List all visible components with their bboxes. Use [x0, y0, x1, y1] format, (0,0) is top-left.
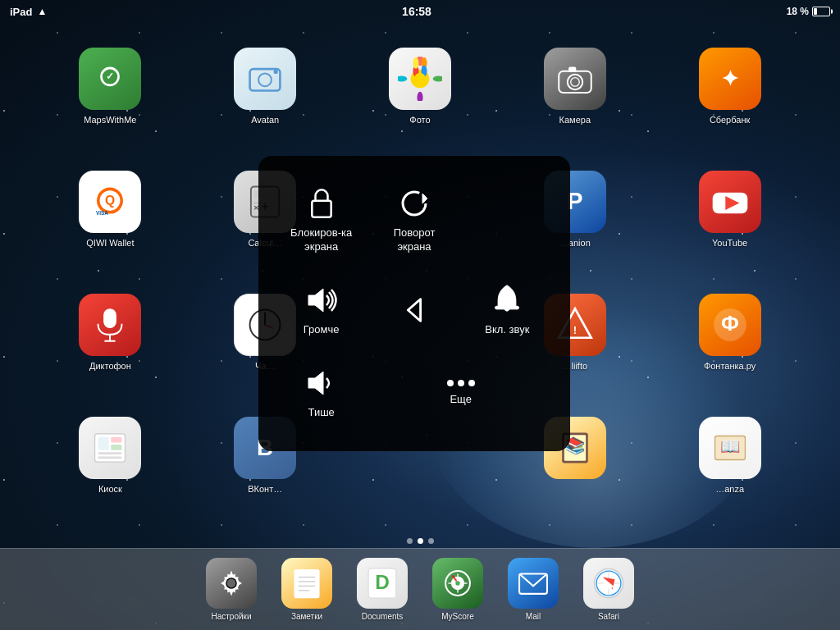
- rotate-screen-button[interactable]: Поворот экрана: [368, 172, 460, 269]
- more-button[interactable]: Еще: [368, 352, 554, 435]
- sound-on-label: Вкл. звук: [485, 323, 529, 337]
- back-button[interactable]: [368, 269, 460, 352]
- lock-screen-button[interactable]: Блокиров-ка экрана: [275, 172, 368, 269]
- lock-screen-label: Блокиров-ка экрана: [283, 226, 359, 254]
- sound-on-button[interactable]: Вкл. звук: [461, 269, 554, 352]
- lock-icon: [305, 187, 338, 220]
- svg-marker-82: [308, 372, 323, 395]
- more-dots-icon: [447, 380, 475, 386]
- svg-marker-77: [422, 194, 427, 203]
- back-icon: [399, 294, 430, 326]
- svg-marker-79: [408, 299, 420, 322]
- volume-up-icon: [305, 284, 338, 317]
- svg-marker-78: [308, 289, 323, 312]
- volume-down-button[interactable]: Тише: [275, 352, 368, 435]
- bell-icon: [491, 284, 523, 317]
- empty-top-right: [461, 172, 554, 269]
- svg-rect-75: [312, 201, 331, 217]
- volume-up-label: Громче: [304, 323, 340, 337]
- more-label: Еще: [450, 393, 471, 407]
- volume-down-label: Тише: [308, 406, 335, 420]
- context-menu: Блокиров-ка экрана Поворот экрана: [258, 156, 570, 451]
- rotate-icon: [398, 187, 431, 220]
- volume-up-button[interactable]: Громче: [275, 269, 368, 352]
- context-overlay: Блокиров-ка экрана Поворот экрана: [0, 0, 840, 630]
- volume-down-icon: [305, 367, 338, 399]
- svg-rect-81: [495, 306, 519, 309]
- rotate-screen-label: Поворот экрана: [376, 226, 452, 254]
